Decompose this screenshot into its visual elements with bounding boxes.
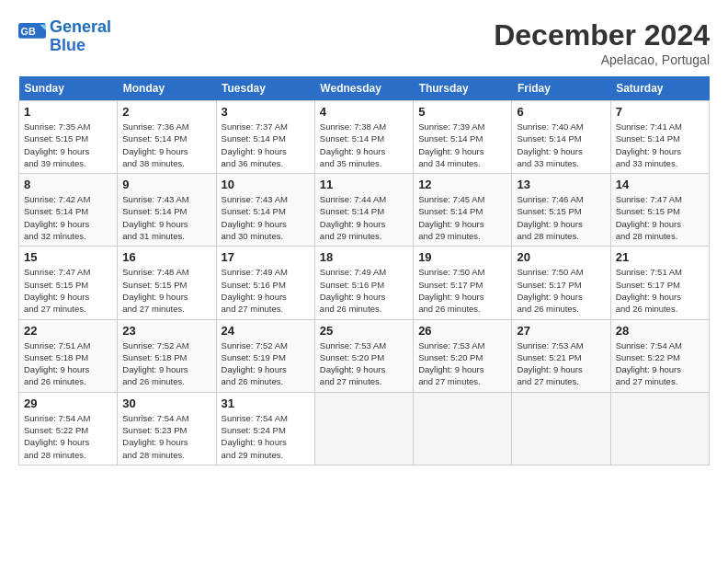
day-info: Sunrise: 7:52 AM Sunset: 5:18 PM Dayligh…	[122, 339, 210, 388]
calendar-week-4: 22Sunrise: 7:51 AM Sunset: 5:18 PM Dayli…	[19, 319, 710, 392]
logo: GB General Blue	[18, 18, 111, 55]
day-info: Sunrise: 7:41 AM Sunset: 5:14 PM Dayligh…	[616, 121, 704, 169]
calendar-cell: 21Sunrise: 7:51 AM Sunset: 5:17 PM Dayli…	[610, 247, 709, 319]
calendar-cell: 26Sunrise: 7:53 AM Sunset: 5:20 PM Dayli…	[414, 319, 512, 392]
day-info: Sunrise: 7:36 AM Sunset: 5:14 PM Dayligh…	[122, 121, 210, 169]
calendar-cell	[610, 392, 709, 465]
day-info: Sunrise: 7:52 AM Sunset: 5:19 PM Dayligh…	[222, 339, 310, 388]
month-title: December 2024	[494, 18, 710, 52]
logo-icon: GB	[18, 23, 46, 51]
day-number: 26	[418, 324, 506, 338]
calendar-cell: 27Sunrise: 7:53 AM Sunset: 5:21 PM Dayli…	[512, 319, 610, 392]
day-number: 18	[320, 250, 408, 264]
calendar-cell: 20Sunrise: 7:50 AM Sunset: 5:17 PM Dayli…	[512, 247, 610, 319]
day-info: Sunrise: 7:50 AM Sunset: 5:17 PM Dayligh…	[517, 266, 605, 315]
calendar-cell: 4Sunrise: 7:38 AM Sunset: 5:14 PM Daylig…	[314, 101, 413, 174]
weekday-tuesday: Tuesday	[216, 76, 314, 101]
calendar-cell: 2Sunrise: 7:36 AM Sunset: 5:14 PM Daylig…	[118, 101, 216, 174]
calendar-cell: 10Sunrise: 7:43 AM Sunset: 5:14 PM Dayli…	[216, 174, 314, 247]
logo-line2: Blue	[50, 36, 85, 54]
day-info: Sunrise: 7:45 AM Sunset: 5:14 PM Dayligh…	[418, 193, 506, 242]
calendar-cell: 16Sunrise: 7:48 AM Sunset: 5:15 PM Dayli…	[118, 247, 216, 319]
day-info: Sunrise: 7:44 AM Sunset: 5:14 PM Dayligh…	[320, 193, 408, 242]
day-number: 11	[320, 178, 408, 191]
calendar-cell: 18Sunrise: 7:49 AM Sunset: 5:16 PM Dayli…	[314, 247, 413, 319]
header: GB General Blue December 2024 Apelacao, …	[18, 18, 710, 67]
day-number: 22	[24, 324, 112, 338]
day-number: 24	[222, 324, 310, 338]
day-info: Sunrise: 7:54 AM Sunset: 5:23 PM Dayligh…	[122, 412, 210, 461]
day-info: Sunrise: 7:50 AM Sunset: 5:17 PM Dayligh…	[418, 266, 506, 315]
day-number: 7	[616, 105, 704, 119]
day-info: Sunrise: 7:49 AM Sunset: 5:16 PM Dayligh…	[320, 266, 408, 315]
location: Apelacao, Portugal	[494, 52, 710, 67]
day-info: Sunrise: 7:53 AM Sunset: 5:20 PM Dayligh…	[320, 339, 408, 388]
day-info: Sunrise: 7:53 AM Sunset: 5:21 PM Dayligh…	[517, 339, 605, 388]
calendar-week-2: 8Sunrise: 7:42 AM Sunset: 5:14 PM Daylig…	[19, 174, 710, 247]
title-area: December 2024 Apelacao, Portugal	[494, 18, 710, 67]
calendar-cell: 11Sunrise: 7:44 AM Sunset: 5:14 PM Dayli…	[314, 174, 413, 247]
day-number: 5	[418, 105, 506, 119]
calendar-cell: 28Sunrise: 7:54 AM Sunset: 5:22 PM Dayli…	[610, 319, 709, 392]
day-number: 23	[122, 324, 210, 338]
calendar-cell: 25Sunrise: 7:53 AM Sunset: 5:20 PM Dayli…	[314, 319, 413, 392]
calendar-cell: 19Sunrise: 7:50 AM Sunset: 5:17 PM Dayli…	[414, 247, 512, 319]
calendar-cell: 15Sunrise: 7:47 AM Sunset: 5:15 PM Dayli…	[19, 247, 118, 319]
calendar-week-1: 1Sunrise: 7:35 AM Sunset: 5:15 PM Daylig…	[19, 101, 710, 174]
logo-line1: General	[50, 17, 111, 36]
calendar-cell: 12Sunrise: 7:45 AM Sunset: 5:14 PM Dayli…	[414, 174, 512, 247]
day-number: 2	[122, 105, 210, 119]
day-info: Sunrise: 7:38 AM Sunset: 5:14 PM Dayligh…	[320, 121, 408, 169]
day-number: 30	[122, 396, 210, 410]
day-number: 16	[122, 250, 210, 264]
day-number: 20	[517, 250, 605, 264]
calendar-cell: 24Sunrise: 7:52 AM Sunset: 5:19 PM Dayli…	[216, 319, 314, 392]
day-number: 28	[616, 324, 704, 338]
calendar-cell: 6Sunrise: 7:40 AM Sunset: 5:14 PM Daylig…	[512, 101, 610, 174]
day-number: 6	[517, 105, 605, 119]
day-number: 12	[418, 178, 506, 191]
day-number: 15	[24, 250, 112, 264]
weekday-friday: Friday	[512, 76, 610, 101]
calendar-table: SundayMondayTuesdayWednesdayThursdayFrid…	[18, 76, 710, 465]
calendar-body: 1Sunrise: 7:35 AM Sunset: 5:15 PM Daylig…	[19, 101, 710, 465]
day-info: Sunrise: 7:42 AM Sunset: 5:14 PM Dayligh…	[24, 193, 112, 242]
calendar-cell	[512, 392, 610, 465]
day-info: Sunrise: 7:53 AM Sunset: 5:20 PM Dayligh…	[418, 339, 506, 388]
calendar-cell: 22Sunrise: 7:51 AM Sunset: 5:18 PM Dayli…	[19, 319, 118, 392]
calendar-cell: 3Sunrise: 7:37 AM Sunset: 5:14 PM Daylig…	[216, 101, 314, 174]
day-info: Sunrise: 7:40 AM Sunset: 5:14 PM Dayligh…	[517, 121, 605, 169]
calendar-week-3: 15Sunrise: 7:47 AM Sunset: 5:15 PM Dayli…	[19, 247, 710, 319]
day-info: Sunrise: 7:48 AM Sunset: 5:15 PM Dayligh…	[122, 266, 210, 315]
day-number: 4	[320, 105, 408, 119]
calendar-cell: 7Sunrise: 7:41 AM Sunset: 5:14 PM Daylig…	[610, 101, 709, 174]
calendar-cell: 9Sunrise: 7:43 AM Sunset: 5:14 PM Daylig…	[118, 174, 216, 247]
day-number: 21	[616, 250, 704, 264]
weekday-wednesday: Wednesday	[314, 76, 413, 101]
day-info: Sunrise: 7:37 AM Sunset: 5:14 PM Dayligh…	[222, 121, 310, 169]
day-info: Sunrise: 7:46 AM Sunset: 5:15 PM Dayligh…	[517, 193, 605, 242]
weekday-saturday: Saturday	[610, 76, 709, 101]
day-info: Sunrise: 7:43 AM Sunset: 5:14 PM Dayligh…	[222, 193, 310, 242]
calendar-cell: 1Sunrise: 7:35 AM Sunset: 5:15 PM Daylig…	[19, 101, 118, 174]
calendar-cell: 8Sunrise: 7:42 AM Sunset: 5:14 PM Daylig…	[19, 174, 118, 247]
day-info: Sunrise: 7:43 AM Sunset: 5:14 PM Dayligh…	[122, 193, 210, 242]
day-info: Sunrise: 7:51 AM Sunset: 5:18 PM Dayligh…	[24, 339, 112, 388]
day-number: 29	[24, 396, 112, 410]
weekday-thursday: Thursday	[414, 76, 512, 101]
calendar-cell: 5Sunrise: 7:39 AM Sunset: 5:14 PM Daylig…	[414, 101, 512, 174]
calendar-cell: 14Sunrise: 7:47 AM Sunset: 5:15 PM Dayli…	[610, 174, 709, 247]
day-number: 9	[122, 178, 210, 191]
calendar-cell: 30Sunrise: 7:54 AM Sunset: 5:23 PM Dayli…	[118, 392, 216, 465]
weekday-header-row: SundayMondayTuesdayWednesdayThursdayFrid…	[19, 76, 710, 101]
calendar-week-5: 29Sunrise: 7:54 AM Sunset: 5:22 PM Dayli…	[19, 392, 710, 465]
calendar-cell: 13Sunrise: 7:46 AM Sunset: 5:15 PM Dayli…	[512, 174, 610, 247]
calendar-cell	[314, 392, 413, 465]
day-info: Sunrise: 7:47 AM Sunset: 5:15 PM Dayligh…	[616, 193, 704, 242]
day-info: Sunrise: 7:51 AM Sunset: 5:17 PM Dayligh…	[616, 266, 704, 315]
day-info: Sunrise: 7:54 AM Sunset: 5:22 PM Dayligh…	[616, 339, 704, 388]
svg-text:GB: GB	[21, 25, 36, 36]
day-number: 14	[616, 178, 704, 191]
day-number: 3	[222, 105, 310, 119]
day-info: Sunrise: 7:49 AM Sunset: 5:16 PM Dayligh…	[222, 266, 310, 315]
